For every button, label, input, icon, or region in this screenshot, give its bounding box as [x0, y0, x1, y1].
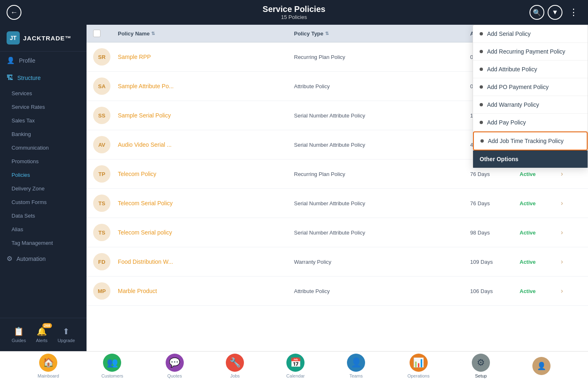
tab-setup-label: Setup	[475, 373, 487, 378]
tab-teams[interactable]: 👤 Teams	[347, 354, 365, 378]
tab-mainboard[interactable]: 🏠 Mainboard	[37, 354, 59, 378]
avatar: TS	[93, 224, 110, 241]
alerts-label: Alerts	[36, 338, 47, 343]
sidebar-item-service-rates[interactable]: Service Rates	[0, 100, 87, 114]
sidebar-item-data-sets[interactable]: Data Sets	[0, 209, 87, 223]
status-badge: Active	[520, 288, 561, 294]
dropdown-item-label: Add Attribute Policy	[487, 66, 537, 73]
row-chevron-button[interactable]: ›	[561, 199, 581, 207]
avatar: AV	[93, 136, 110, 153]
back-button[interactable]: ←	[7, 5, 21, 20]
policy-type-cell: Serial Number Attribute Policy	[294, 142, 471, 148]
alerts-badge-wrap: 🔔 268	[37, 326, 47, 336]
sidebar-item-policies[interactable]: Policies	[0, 168, 87, 182]
guides-icon: 📋	[14, 326, 24, 336]
calendar-icon: 📅	[286, 354, 305, 372]
tab-calendar[interactable]: 📅 Calendar	[286, 354, 305, 378]
dot-icon	[480, 121, 483, 124]
sidebar-item-automation[interactable]: ⚙ Automation	[0, 250, 87, 267]
dropdown-item-add-attribute[interactable]: Add Attribute Policy	[473, 61, 588, 78]
policy-name-cell[interactable]: Sample Serial Policy	[118, 112, 294, 119]
sidebar-item-services[interactable]: Services	[0, 87, 87, 100]
other-options-label: Other Options	[480, 156, 518, 162]
row-chevron-button[interactable]: ›	[561, 287, 581, 295]
tab-setup[interactable]: ⚙ Setup	[472, 354, 490, 378]
policy-name-cell[interactable]: Telecom Policy	[118, 171, 294, 177]
age-cell: 109 Days	[470, 259, 520, 265]
sidebar-item-alias[interactable]: Alias	[0, 223, 87, 236]
sidebar-item-banking[interactable]: Banking	[0, 127, 87, 141]
tab-quotes[interactable]: 💬 Quotes	[166, 354, 184, 378]
col-policy-name-label: Policy Name	[118, 30, 150, 37]
sidebar: JT JACKTRADE™ 👤 Profile 🏗 Structure Serv…	[0, 25, 87, 351]
sidebar-item-tag-management[interactable]: Tag Management	[0, 236, 87, 250]
avatar: SA	[93, 77, 110, 95]
tab-quotes-label: Quotes	[167, 373, 182, 378]
policy-name-sort-icon[interactable]: ⇅	[151, 31, 155, 36]
policy-name-cell[interactable]: Audio Video Serial ...	[118, 141, 294, 148]
sidebar-item-sales-tax[interactable]: Sales Tax	[0, 114, 87, 127]
tab-customers[interactable]: 👥 Customers	[101, 354, 123, 378]
dropdown-item-add-pay[interactable]: Add Pay Policy	[473, 114, 588, 131]
row-chevron-button[interactable]: ›	[561, 258, 581, 265]
policy-name-cell[interactable]: Food Distribution W...	[118, 258, 294, 265]
tab-mainboard-label: Mainboard	[37, 373, 59, 378]
sidebar-item-structure[interactable]: 🏗 Structure	[0, 69, 87, 87]
age-cell: 106 Days	[470, 288, 520, 294]
row-chevron-button[interactable]: ›	[561, 170, 581, 178]
dropdown-item-add-po-payment[interactable]: Add PO Payment Policy	[473, 78, 588, 96]
sidebar-item-communication[interactable]: Communication	[0, 141, 87, 155]
more-options-button[interactable]: ⋮	[566, 5, 581, 19]
policy-name-cell[interactable]: Telecom Serial Policy	[118, 200, 294, 206]
guides-label: Guides	[12, 338, 26, 343]
dropdown-item-add-job-time[interactable]: Add Job Time Tracking Policy	[473, 131, 588, 150]
tab-operations[interactable]: 📊 Operations	[408, 354, 430, 378]
tab-customers-label: Customers	[101, 373, 123, 378]
structure-icon: 🏗	[7, 74, 13, 82]
row-avatar-wrap: TP	[93, 165, 118, 183]
sidebar-item-custom-forms[interactable]: Custom Forms	[0, 195, 87, 209]
table-row: MP Marble Product Attribute Policy 106 D…	[87, 277, 588, 306]
row-avatar-wrap: SA	[93, 77, 118, 95]
sidebar-item-profile[interactable]: 👤 Profile	[0, 52, 87, 69]
customers-icon: 👥	[103, 354, 121, 372]
bottom-alerts[interactable]: 🔔 268 Alerts	[36, 326, 47, 343]
policy-name-cell[interactable]: Telecom Serial policy	[118, 229, 294, 236]
tab-jobs[interactable]: 🔧 Jobs	[226, 354, 244, 378]
select-all-checkbox[interactable]	[93, 30, 101, 37]
bottom-guides[interactable]: 📋 Guides	[12, 326, 26, 343]
dropdown-item-label: Add Serial Policy	[487, 30, 531, 37]
bottom-upgrade[interactable]: ⬆ Upgrade	[58, 326, 75, 343]
upgrade-icon: ⬆	[63, 326, 70, 336]
sidebar-item-promotions[interactable]: Promotions	[0, 155, 87, 168]
dropdown-item-add-recurring[interactable]: Add Recurring Payment Policy	[473, 43, 588, 61]
col-checkbox	[93, 30, 118, 37]
filter-button[interactable]: ▼	[548, 5, 562, 20]
header-right-actions: 🔍 ▼ ⋮	[529, 5, 581, 20]
logo-text: JACKTRADE™	[23, 35, 72, 42]
dropdown-item-add-warranty[interactable]: Add Warranty Policy	[473, 96, 588, 114]
row-chevron-button[interactable]: ›	[561, 229, 581, 236]
logo-icon: JT	[7, 31, 20, 45]
policy-type-cell: Recurring Plan Policy	[294, 54, 471, 60]
row-avatar-wrap: FD	[93, 253, 118, 270]
row-avatar-wrap: SR	[93, 48, 118, 66]
avatar: TP	[93, 165, 110, 183]
policy-name-cell[interactable]: Sample RPP	[118, 54, 294, 60]
age-cell: 98 Days	[470, 230, 520, 236]
user-avatar[interactable]: 👤	[532, 357, 551, 375]
policy-type-cell: Attribute Policy	[294, 83, 471, 89]
search-button[interactable]: 🔍	[529, 5, 544, 20]
sidebar-item-delivery-zone[interactable]: Delivery Zone	[0, 182, 87, 195]
sidebar-item-label-automation: Automation	[16, 256, 46, 262]
sidebar-item-label-profile: Profile	[19, 57, 35, 64]
dropdown-other-options[interactable]: Other Options	[473, 150, 588, 168]
dropdown-item-add-serial[interactable]: Add Serial Policy	[473, 25, 588, 43]
policy-type-sort-icon[interactable]: ⇅	[325, 31, 329, 36]
col-policy-type: Policy Type ⇅	[294, 30, 471, 37]
title-block: Service Policies 15 Policies	[262, 5, 325, 20]
jobs-icon: 🔧	[226, 354, 244, 372]
dropdown-item-label: Add Job Time Tracking Policy	[488, 138, 564, 144]
policy-name-cell[interactable]: Sample Attribute Po...	[118, 83, 294, 89]
policy-name-cell[interactable]: Marble Product	[118, 288, 294, 294]
